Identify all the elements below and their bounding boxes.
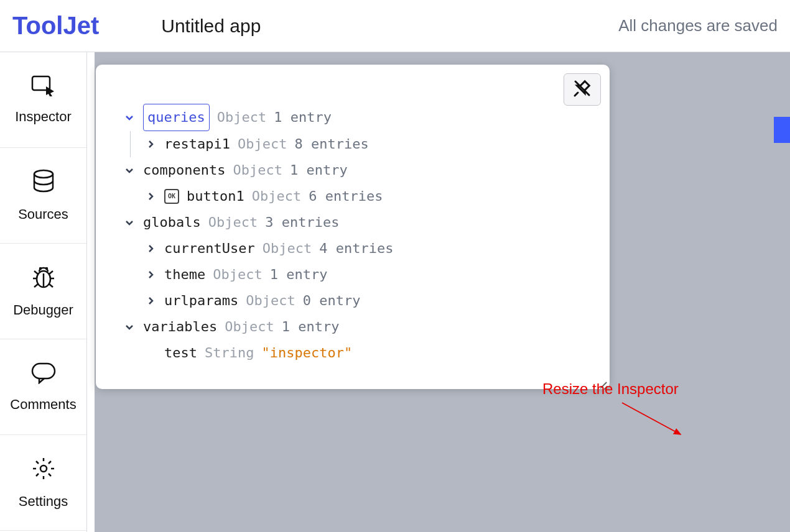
tree-meta: 0 entry bbox=[303, 288, 361, 314]
type-label: Object bbox=[208, 209, 258, 236]
chevron-down-icon bbox=[124, 165, 136, 175]
tree-node-components[interactable]: components Object 1 entry bbox=[124, 157, 597, 183]
sidebar-item-label: Debugger bbox=[13, 302, 73, 318]
chevron-right-icon bbox=[146, 270, 157, 280]
tree-meta: 8 entries bbox=[294, 131, 368, 157]
sidebar-item-label: Sources bbox=[18, 206, 68, 222]
database-icon bbox=[31, 169, 56, 198]
tree-label: globals bbox=[143, 209, 201, 236]
inspector-panel: queries Object 1 entry restapi1 Object 8… bbox=[96, 65, 610, 389]
type-label: Object bbox=[233, 157, 282, 183]
comment-icon bbox=[30, 362, 57, 388]
tree-label: currentUser bbox=[164, 236, 255, 262]
tree-meta: 3 entries bbox=[265, 209, 339, 236]
chevron-right-icon bbox=[146, 191, 157, 201]
tree-node-urlparams[interactable]: urlparams Object 0 entry bbox=[124, 288, 597, 314]
tree-node-restapi1[interactable]: restapi1 Object 8 entries bbox=[146, 131, 597, 157]
sidebar-item-label: Inspector bbox=[15, 109, 72, 125]
tree-meta: 1 entry bbox=[270, 262, 328, 288]
tree-label: button1 bbox=[187, 183, 244, 209]
svg-line-10 bbox=[575, 93, 578, 96]
annotation-arrow-icon bbox=[618, 400, 693, 444]
sidebar-item-sources[interactable]: Sources bbox=[0, 148, 86, 244]
type-label: Object bbox=[217, 104, 266, 131]
tree-meta: 1 entry bbox=[274, 104, 332, 131]
main: Inspector Sources bbox=[0, 52, 790, 532]
sidebar-item-settings[interactable]: Settings bbox=[0, 435, 86, 531]
sidebar-item-label: Comments bbox=[10, 397, 76, 413]
sidebar-item-label: Settings bbox=[19, 493, 68, 510]
type-label: Object bbox=[238, 131, 287, 157]
tree-meta: 6 entries bbox=[309, 183, 383, 209]
tree-node-globals[interactable]: globals Object 3 entries bbox=[124, 209, 597, 236]
tree-meta: 1 entry bbox=[290, 157, 348, 183]
tree-value: "inspector" bbox=[261, 340, 352, 366]
tree-node-queries[interactable]: queries Object 1 entry bbox=[124, 104, 597, 131]
gear-icon bbox=[31, 456, 56, 485]
type-label: Object bbox=[252, 183, 301, 209]
canvas[interactable]: queries Object 1 entry restapi1 Object 8… bbox=[87, 52, 790, 532]
type-label: Object bbox=[246, 288, 295, 314]
tree-node-theme[interactable]: theme Object 1 entry bbox=[124, 262, 597, 288]
tree-label: variables bbox=[143, 314, 217, 340]
sidebar-item-inspector[interactable]: Inspector bbox=[0, 52, 86, 148]
type-label: Object bbox=[263, 236, 312, 262]
sidebar-item-debugger[interactable]: Debugger bbox=[0, 244, 86, 339]
tree-node-test[interactable]: · test String "inspector" bbox=[124, 340, 597, 366]
chevron-right-icon bbox=[146, 139, 157, 149]
component-type-icon: OK bbox=[164, 189, 179, 204]
tree-meta: 4 entries bbox=[319, 236, 393, 262]
chevron-right-icon bbox=[146, 244, 157, 254]
type-label: String bbox=[205, 340, 254, 366]
svg-point-6 bbox=[40, 268, 41, 269]
tree-node-currentuser[interactable]: currentUser Object 4 entries bbox=[124, 236, 597, 262]
inspector-icon bbox=[31, 75, 56, 100]
pin-icon bbox=[573, 79, 592, 100]
tree-label: test bbox=[164, 340, 197, 366]
tree-node-button1[interactable]: OK button1 Object 6 entries bbox=[124, 183, 597, 209]
resize-handle[interactable] bbox=[598, 379, 607, 388]
tree-label: queries bbox=[143, 104, 210, 131]
tree-label: theme bbox=[164, 262, 205, 288]
chevron-down-icon bbox=[124, 218, 136, 227]
topbar: ToolJet Untitled app All changes are sav… bbox=[0, 0, 790, 52]
tree-label: urlparams bbox=[164, 288, 238, 314]
tree-meta: 1 entry bbox=[282, 314, 340, 340]
tree-label: components bbox=[143, 157, 225, 183]
app-title[interactable]: Untitled app bbox=[161, 16, 261, 37]
pin-button[interactable] bbox=[564, 73, 601, 106]
chevron-down-icon bbox=[124, 322, 136, 332]
sidebar-item-comments[interactable]: Comments bbox=[0, 339, 86, 435]
tree-label: restapi1 bbox=[164, 131, 230, 157]
chevron-down-icon bbox=[124, 112, 136, 122]
logo[interactable]: ToolJet bbox=[12, 12, 99, 40]
svg-rect-8 bbox=[32, 364, 55, 378]
svg-line-12 bbox=[622, 403, 681, 434]
sidebar: Inspector Sources bbox=[0, 52, 87, 532]
scroll-indicator[interactable] bbox=[774, 117, 790, 143]
svg-point-9 bbox=[40, 466, 47, 472]
type-label: Object bbox=[225, 314, 274, 340]
svg-point-1 bbox=[34, 170, 53, 178]
save-status: All changes are saved bbox=[618, 16, 778, 35]
svg-point-7 bbox=[46, 268, 47, 269]
inspector-tree: queries Object 1 entry restapi1 Object 8… bbox=[96, 76, 610, 366]
bug-icon bbox=[30, 265, 57, 293]
type-label: Object bbox=[213, 262, 262, 288]
chevron-right-icon bbox=[146, 296, 157, 306]
tree-node-variables[interactable]: variables Object 1 entry bbox=[124, 314, 597, 340]
